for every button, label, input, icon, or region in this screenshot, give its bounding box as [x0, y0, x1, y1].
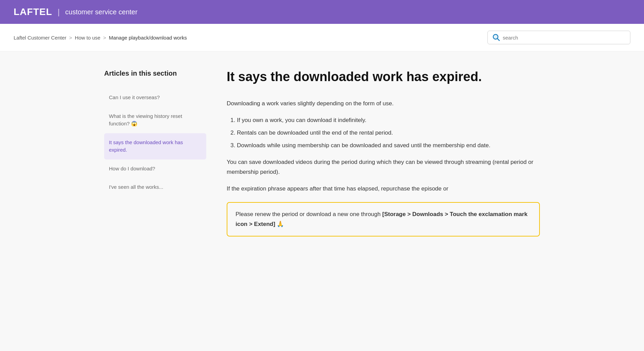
main-content: Articles in this section Can I use it ov… — [84, 51, 560, 254]
article-list: If you own a work, you can download it i… — [237, 116, 540, 151]
breadcrumb-sep-1: > — [69, 35, 72, 41]
list-item-1: If you own a work, you can download it i… — [237, 116, 540, 125]
sidebar-item-seen-all[interactable]: I've seen all the works... — [104, 178, 206, 197]
article-body: Downloading a work varies slightly depen… — [227, 99, 540, 236]
highlight-emoji: 🙏 — [275, 221, 284, 227]
sidebar-item-expired[interactable]: It says the downloaded work has expired. — [104, 133, 206, 159]
breadcrumb-how-to-use[interactable]: How to use — [75, 35, 100, 41]
brand: LAFTEL | customer service center — [14, 6, 138, 17]
article-expiry-text: If the expiration phrase appears after t… — [227, 184, 540, 194]
breadcrumb-home[interactable]: Laftel Customer Center — [14, 35, 66, 41]
svg-line-2 — [498, 39, 500, 41]
article: It says the downloaded work has expired.… — [227, 68, 540, 236]
breadcrumb-current: Manage playback/download works — [109, 35, 187, 41]
sidebar-item-overseas[interactable]: Can I use it overseas? — [104, 88, 206, 107]
sidebar-nav: Can I use it overseas? What is the viewi… — [104, 88, 206, 197]
article-intro: Downloading a work varies slightly depen… — [227, 99, 540, 109]
article-body-text: You can save downloaded videos during th… — [227, 157, 540, 177]
logo[interactable]: LAFTEL — [14, 6, 52, 17]
sidebar: Articles in this section Can I use it ov… — [104, 68, 206, 236]
search-box[interactable] — [487, 31, 630, 44]
highlight-box: Please renew the period or download a ne… — [227, 202, 540, 237]
sidebar-item-how-download[interactable]: How do I download? — [104, 159, 206, 178]
sidebar-section-title: Articles in this section — [104, 68, 206, 78]
sub-header: Laftel Customer Center > How to use > Ma… — [0, 24, 644, 51]
highlight-text-before: Please renew the period or download a ne… — [236, 211, 382, 217]
search-input[interactable] — [503, 35, 625, 41]
list-item-2: Rentals can be downloaded until the end … — [237, 128, 540, 138]
article-title: It says the downloaded work has expired. — [227, 68, 540, 85]
breadcrumb: Laftel Customer Center > How to use > Ma… — [14, 35, 187, 41]
header-divider: | — [58, 7, 60, 17]
sidebar-item-history-reset[interactable]: What is the viewing history reset functi… — [104, 107, 206, 133]
site-header: LAFTEL | customer service center — [0, 0, 644, 24]
list-item-3: Downloads while using membership can be … — [237, 141, 540, 151]
service-name: customer service center — [65, 8, 138, 16]
search-icon — [493, 34, 500, 41]
breadcrumb-sep-2: > — [103, 35, 106, 41]
